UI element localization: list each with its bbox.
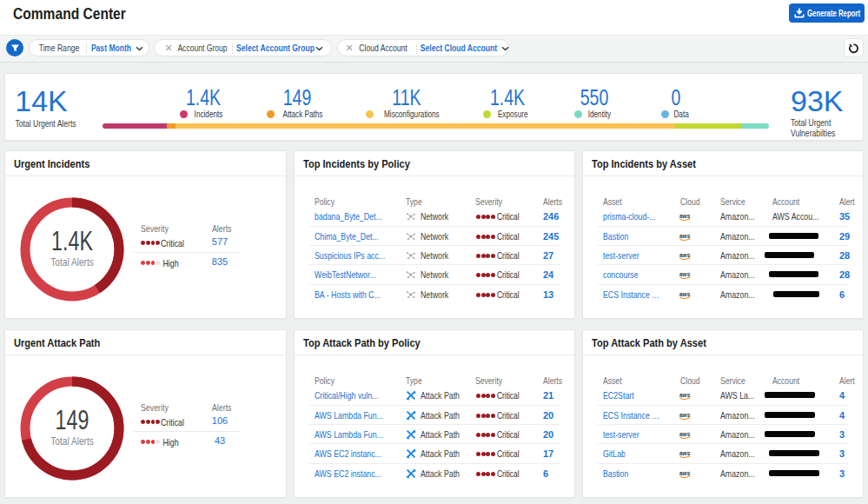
svg-text:aws: aws (679, 470, 691, 476)
svg-text:aws: aws (679, 271, 691, 277)
svg-text:aws: aws (679, 450, 691, 456)
svg-text:aws: aws (679, 233, 691, 239)
svg-text:aws: aws (679, 412, 691, 418)
svg-text:aws: aws (679, 431, 691, 437)
svg-text:aws: aws (679, 252, 691, 258)
svg-text:aws: aws (679, 213, 691, 219)
svg-text:aws: aws (679, 291, 691, 297)
svg-text:aws: aws (679, 392, 691, 398)
